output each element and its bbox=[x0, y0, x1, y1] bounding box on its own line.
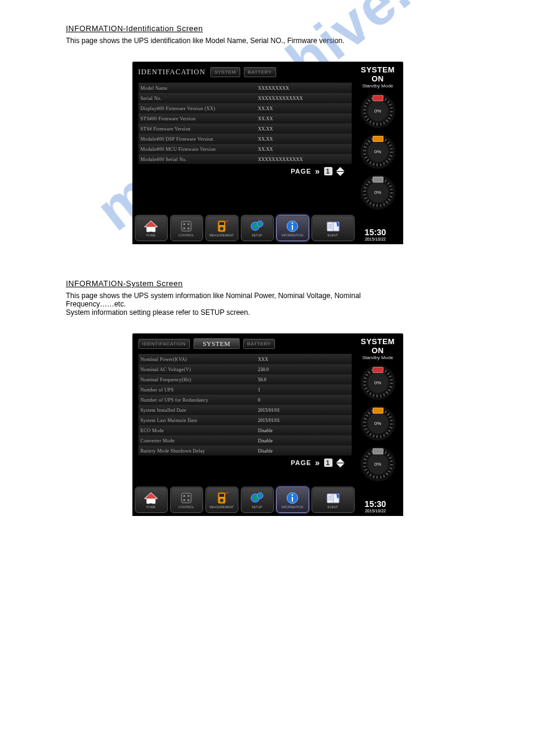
row-value: 50.0 bbox=[252, 377, 352, 382]
system-status-title: SYSTEM ON bbox=[355, 65, 401, 83]
table-row: Display#00 Firmware Version (XX)XX.XX bbox=[138, 103, 352, 113]
row-value: XXXXXXXXX bbox=[252, 86, 352, 91]
page-up-button[interactable] bbox=[336, 459, 344, 463]
nav-label: HOME bbox=[146, 233, 156, 237]
nav-setup-button[interactable]: SETUP bbox=[241, 487, 274, 513]
row-label: Serial No. bbox=[138, 96, 252, 101]
svg-point-18 bbox=[292, 222, 294, 224]
tab-system[interactable]: SYSTEM bbox=[194, 338, 239, 349]
row-label: Converter Mode bbox=[138, 438, 252, 444]
page-label: PAGE bbox=[291, 459, 311, 466]
info-icon bbox=[285, 220, 300, 233]
gauge-amber-icon bbox=[373, 136, 383, 142]
row-label: ECO Mode bbox=[138, 428, 252, 433]
row-label: Battery Mode Shutdown Delay bbox=[138, 448, 252, 454]
svg-line-35 bbox=[225, 494, 228, 496]
row-value: XXX bbox=[252, 357, 352, 362]
svg-point-13 bbox=[253, 224, 257, 228]
svg-rect-5 bbox=[183, 227, 185, 229]
row-label: Nominal Power(KVA) bbox=[138, 357, 252, 362]
page-chevrons-icon: » bbox=[315, 166, 321, 176]
row-label: Display#00 Firmware Version (XX) bbox=[138, 106, 252, 111]
setup-icon bbox=[249, 220, 265, 233]
setup-icon bbox=[249, 491, 265, 505]
row-label: System Installed Date bbox=[138, 408, 252, 413]
svg-line-11 bbox=[225, 223, 228, 224]
nav-control-button[interactable]: CONTROL bbox=[170, 487, 203, 513]
table-row: STS# Firmware VersionXX.XX bbox=[138, 123, 352, 133]
tab-identification[interactable]: IDENTIFACATION bbox=[138, 66, 207, 78]
page-number: 1 bbox=[324, 167, 333, 175]
row-value: XXXXXXXXXXXXX bbox=[252, 96, 352, 101]
gauge-output: 0% bbox=[361, 447, 395, 481]
row-value: XX.XX bbox=[252, 106, 352, 111]
nav-information-button[interactable]: INFORMATION bbox=[276, 215, 309, 241]
row-value: 2015/01/01 bbox=[252, 418, 352, 423]
gauge-amber-icon bbox=[373, 408, 383, 414]
page-number: 1 bbox=[324, 459, 333, 467]
table-row: System Installed Date2015/01/01 bbox=[138, 405, 352, 415]
nav-label: SETUP bbox=[252, 233, 262, 237]
table-row: Nominal Frequency(Hz)50.0 bbox=[138, 374, 352, 384]
nav-label: SETUP bbox=[252, 505, 262, 509]
gauge-battery: 0% bbox=[361, 406, 395, 441]
row-label: Number of UPS bbox=[138, 387, 252, 393]
page-down-button[interactable] bbox=[336, 463, 344, 467]
gauge-battery: 0% bbox=[361, 134, 395, 169]
gauge-red-icon bbox=[373, 367, 383, 373]
system-mode: Standby Mode bbox=[362, 355, 394, 360]
tab-battery[interactable]: BATTERY bbox=[244, 67, 276, 77]
tab-system[interactable]: SYSTEM bbox=[210, 67, 240, 77]
nav-control-button[interactable]: CONTROL bbox=[170, 215, 203, 241]
page-chevrons-icon: » bbox=[315, 458, 321, 467]
home-icon bbox=[143, 220, 159, 233]
control-icon bbox=[179, 220, 194, 233]
nav-label: MEASUREMENT bbox=[209, 505, 234, 509]
nav-label: EVENT bbox=[328, 505, 338, 509]
nav-label: HOME bbox=[146, 505, 156, 509]
nav-information-button[interactable]: INFORMATION bbox=[276, 487, 309, 513]
svg-rect-6 bbox=[188, 227, 189, 229]
tab-identification[interactable]: IDENTIFACATION bbox=[138, 339, 191, 349]
page-up-button[interactable] bbox=[336, 167, 344, 171]
nav-home-button[interactable]: HOME bbox=[135, 215, 168, 241]
system-status-title: SYSTEM ON bbox=[355, 337, 401, 355]
ups-screenshot-system: IDENTIFACATION SYSTEM BATTERY Nominal Po… bbox=[132, 333, 403, 516]
table-row: Module#00 MCU Firmware VersionXX.XX bbox=[138, 144, 352, 154]
nav-home-button[interactable]: HOME bbox=[135, 487, 168, 513]
table-row: Nominal AC Voltage(V)230.0 bbox=[138, 364, 352, 374]
svg-rect-17 bbox=[292, 225, 293, 230]
page-down-button[interactable] bbox=[336, 172, 344, 176]
measure-icon bbox=[214, 220, 229, 233]
table-row: Number of UPS1 bbox=[138, 384, 352, 394]
nav-setup-button[interactable]: SETUP bbox=[241, 215, 274, 241]
svg-rect-8 bbox=[219, 222, 224, 225]
table-row: Battery Mode Shutdown DelayDisable bbox=[138, 445, 352, 456]
svg-point-39 bbox=[259, 494, 261, 497]
nav-measurement-button[interactable]: MEASUREMENT bbox=[205, 215, 238, 241]
svg-point-42 bbox=[292, 494, 294, 496]
gauge-grey-icon bbox=[373, 177, 383, 183]
svg-rect-1 bbox=[147, 227, 155, 232]
svg-rect-41 bbox=[292, 497, 293, 502]
home-icon bbox=[143, 491, 159, 505]
table-row: Number of UPS for Redundancy0 bbox=[138, 394, 352, 405]
table-row: System Last Maintain Date2015/01/01 bbox=[138, 415, 352, 425]
svg-rect-26 bbox=[182, 493, 191, 503]
clock-date: 2015/10/22 bbox=[365, 509, 386, 513]
nav-event-button[interactable]: EVENT bbox=[312, 215, 355, 241]
gauge-load: 0% bbox=[361, 365, 395, 400]
svg-rect-3 bbox=[183, 223, 185, 225]
svg-line-34 bbox=[225, 492, 228, 494]
tab-battery[interactable]: BATTERY bbox=[243, 339, 276, 349]
row-value: XX.XX bbox=[252, 116, 352, 122]
nav-label: EVENT bbox=[328, 233, 338, 237]
page-label: PAGE bbox=[291, 168, 311, 175]
nav-event-button[interactable]: EVENT bbox=[312, 487, 355, 513]
clock-date: 2015/10/22 bbox=[365, 237, 386, 241]
row-value: 0 bbox=[252, 397, 352, 403]
svg-point-33 bbox=[220, 499, 223, 502]
nav-measurement-button[interactable]: MEASUREMENT bbox=[205, 487, 238, 513]
table-row: Model NameXXXXXXXXX bbox=[138, 83, 352, 93]
section-2-desc: This page shows the UPS system informati… bbox=[66, 292, 469, 317]
